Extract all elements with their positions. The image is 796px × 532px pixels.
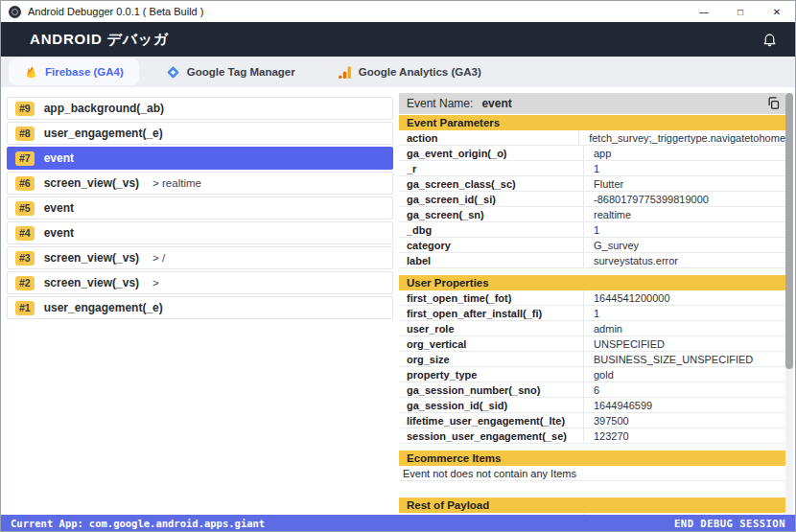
param-key: ga_screen(_sn) — [399, 207, 584, 221]
event-name: app_background(_ab) — [44, 102, 164, 115]
event-list-item[interactable]: #6 screen_view(_vs) > realtime — [7, 172, 393, 195]
param-row: categoryG_survey — [399, 238, 785, 253]
param-value: 1 — [584, 306, 785, 320]
section-gap — [399, 268, 785, 274]
param-row: actionfetch_survey;_triggertype.navigate… — [399, 130, 785, 146]
param-row: lifetime_user_engagement(_lte)397500 — [399, 413, 785, 428]
event-list-item[interactable]: #7 event — [7, 147, 393, 170]
param-row: ga_screen_id(_si)-8680179775399819000 — [399, 192, 785, 207]
tab-bar: Firebase (GA4) Google Tag Manager Google… — [1, 57, 795, 87]
event-list: #9 app_background(_ab) #8 user_engagemen… — [7, 97, 393, 321]
event-name-bar: Event Name: event — [399, 93, 785, 114]
app-title: ANDROID デバッガ — [30, 31, 169, 49]
app-header: ANDROID デバッガ — [1, 22, 795, 57]
copy-icon[interactable] — [766, 96, 781, 110]
param-row: ga_event_origin(_o)app — [399, 146, 785, 161]
notification-bell-icon[interactable] — [761, 32, 778, 48]
event-name: screen_view(_vs) — [44, 176, 139, 190]
event-list-item[interactable]: #3 screen_view(_vs) > / — [7, 246, 393, 269]
event-index-badge: #1 — [15, 301, 35, 315]
event-list-item[interactable]: #9 app_background(_ab) — [7, 97, 393, 120]
param-value: -8680179775399819000 — [584, 192, 785, 206]
app-window: Android Debugger 0.0.1 ( Beta Build ) — … — [0, 0, 796, 532]
minimize-icon[interactable]: — — [686, 1, 722, 22]
param-key: _r — [399, 161, 584, 175]
event-screen-suffix: > realtime — [152, 177, 201, 189]
section-gap — [399, 444, 785, 450]
param-value: 1644946599 — [584, 398, 785, 412]
ga-icon — [338, 65, 352, 80]
param-value: 1 — [584, 222, 785, 237]
event-list-item[interactable]: #2 screen_view(_vs) > — [7, 271, 393, 294]
detail-sections: Event Parametersactionfetch_survey;_trig… — [399, 115, 785, 517]
event-list-item[interactable]: #4 event — [7, 221, 393, 244]
event-index-badge: #9 — [15, 102, 35, 116]
param-key: lifetime_user_engagement(_lte) — [399, 413, 584, 428]
param-row: user_roleadmin — [399, 321, 785, 336]
param-key: org_size — [399, 352, 584, 366]
param-row: _r1 — [399, 161, 785, 176]
event-index-badge: #3 — [15, 251, 35, 266]
param-row: property_typegold — [399, 367, 785, 382]
param-value: UNSPECIFIED — [584, 336, 785, 351]
param-value: 397500 — [584, 413, 785, 428]
param-value: realtime — [584, 207, 785, 221]
event-index-badge: #8 — [15, 127, 35, 141]
event-detail-inner: Event Name: event Event Parametersaction… — [399, 93, 785, 517]
param-value: 1644541200000 — [584, 290, 785, 305]
param-key: ga_screen_class(_sc) — [399, 176, 584, 191]
tab-firebase-ga4[interactable]: Firebase (GA4) — [9, 58, 139, 85]
window-title: Android Debugger 0.0.1 ( Beta Build ) — [28, 6, 203, 17]
event-name: event — [44, 226, 74, 240]
param-row: _dbg1 — [399, 222, 785, 238]
tab-label: Google Tag Manager — [187, 66, 295, 78]
event-detail-panel: Event Name: event Event Parametersaction… — [399, 87, 793, 517]
param-key: first_open_time(_fot) — [399, 290, 584, 305]
section-header: Rest of Payload — [399, 497, 785, 513]
event-name: screen_view(_vs) — [44, 251, 139, 265]
param-key: _dbg — [399, 222, 584, 237]
current-app-label: Current App: — [11, 518, 83, 529]
param-value: 6 — [584, 382, 785, 397]
param-value: G_survey — [584, 238, 785, 252]
event-list-item[interactable]: #1 user_engagement(_e) — [7, 296, 393, 319]
event-list-item[interactable]: #8 user_engagement(_e) — [7, 122, 393, 145]
tab-google-tag-manager[interactable]: Google Tag Manager — [151, 58, 311, 85]
main-content: #9 app_background(_ab) #8 user_engagemen… — [1, 87, 795, 517]
tab-google-analytics-ga3[interactable]: Google Analytics (GA3) — [322, 58, 497, 85]
scrollbar-thumb[interactable] — [785, 93, 793, 369]
end-debug-session-button[interactable]: END DEBUG SESSION — [674, 518, 785, 529]
app-icon — [9, 6, 21, 18]
param-row: first_open_time(_fot)1644541200000 — [399, 290, 785, 306]
close-icon[interactable]: ✕ — [759, 1, 795, 22]
param-value: BUSINESS_SIZE_UNSPECIFIED — [584, 352, 785, 366]
param-value: Flutter — [584, 176, 785, 191]
event-name: screen_view(_vs) — [44, 276, 139, 289]
param-value: app — [584, 146, 785, 160]
param-key: action — [399, 130, 579, 145]
maximize-icon[interactable]: □ — [722, 1, 759, 22]
event-index-badge: #7 — [15, 151, 35, 166]
event-list-item[interactable]: #5 event — [7, 197, 393, 220]
param-row: session_user_engagement(_se)123270 — [399, 428, 785, 444]
tab-label: Firebase (GA4) — [45, 66, 124, 78]
scrollbar-track[interactable] — [785, 93, 793, 517]
param-row: labelsurveystatus.error — [399, 253, 785, 268]
param-key: user_role — [399, 321, 584, 335]
event-name: event — [44, 201, 74, 215]
param-key: org_vertical — [399, 336, 584, 351]
section-header: Event Parameters — [399, 115, 785, 130]
event-name-value: event — [481, 97, 511, 110]
param-row: ga_screen_class(_sc)Flutter — [399, 176, 785, 192]
param-key: ga_session_number(_sno) — [399, 382, 584, 397]
event-index-badge: #4 — [15, 226, 35, 241]
section-message: Event not does not contain any Items — [399, 466, 785, 481]
param-value: admin — [584, 321, 785, 335]
event-name: user_engagement(_e) — [44, 127, 163, 140]
event-index-badge: #5 — [15, 201, 35, 216]
firebase-icon — [24, 65, 38, 80]
param-key: ga_screen_id(_si) — [399, 192, 584, 206]
section-gap — [399, 481, 785, 497]
window-controls: — □ ✕ — [686, 1, 795, 22]
param-row: ga_session_id(_sid)1644946599 — [399, 398, 785, 413]
